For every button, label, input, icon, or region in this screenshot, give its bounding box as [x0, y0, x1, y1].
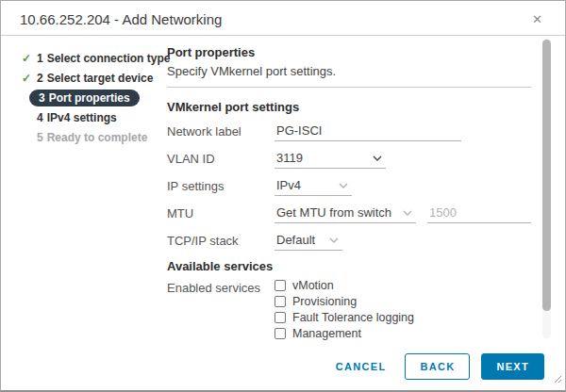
step-port-properties[interactable]: 3Port properties: [22, 88, 152, 107]
chevron-down-icon: [329, 237, 339, 243]
network-label-label: Network label: [167, 122, 275, 139]
step-label: Select target device: [47, 72, 154, 85]
chevron-down-icon: [339, 183, 348, 188]
step-label: Ready to complete: [47, 131, 148, 144]
port-properties-panel: Port properties Specify VMkernel port se…: [152, 36, 565, 343]
mtu-label: MTU: [167, 204, 275, 220]
network-label-row: Network label: [167, 122, 531, 141]
dialog-body: ✓ 1Select connection type ✓ 2Select targ…: [1, 36, 565, 343]
check-icon: ✓: [22, 72, 37, 85]
mtu-size-input[interactable]: [427, 204, 531, 223]
mtu-row: MTU Get MTU from switch: [167, 204, 531, 223]
checkbox-vmotion[interactable]: [275, 280, 286, 291]
chevron-down-icon: [373, 155, 382, 161]
enabled-services-row: Enabled services vMotion Provisioning Fa…: [167, 279, 531, 343]
service-row-provisioning[interactable]: Provisioning: [275, 295, 425, 307]
service-row-fault-tolerance-logging[interactable]: Fault Tolerance logging: [275, 311, 425, 323]
network-label-input[interactable]: [275, 122, 461, 141]
vertical-scrollbar-thumb[interactable]: [542, 40, 551, 311]
dialog-titlebar: 10.66.252.204 - Add Networking ✕: [1, 1, 565, 36]
dialog-footer: CANCEL BACK NEXT: [1, 343, 565, 390]
available-services-title: Available services: [167, 259, 531, 273]
services-list: vMotion Provisioning Fault Tolerance log…: [275, 279, 425, 343]
service-row-vmotion[interactable]: vMotion: [275, 279, 425, 291]
step-ipv4-settings[interactable]: 4IPv4 settings: [22, 107, 152, 127]
vmkernel-settings-title: VMkernel port settings: [167, 100, 531, 114]
check-icon: ✓: [22, 52, 37, 65]
wizard-steps-sidebar: ✓ 1Select connection type ✓ 2Select targ…: [1, 36, 152, 343]
close-icon[interactable]: ✕: [528, 11, 546, 27]
tcpip-stack-label: TCP/IP stack: [167, 232, 275, 248]
page-title: Port properties: [167, 45, 531, 59]
checkbox-management[interactable]: [275, 328, 286, 339]
page-subtitle: Specify VMkernel port settings.: [167, 64, 531, 78]
step-label: IPv4 settings: [47, 111, 117, 124]
tcpip-stack-select[interactable]: Default: [275, 232, 342, 251]
step-label: Port properties: [49, 91, 130, 105]
cancel-button[interactable]: CANCEL: [328, 354, 394, 379]
next-button[interactable]: NEXT: [481, 353, 544, 380]
resize-handle-icon[interactable]: [554, 370, 562, 387]
service-row-management[interactable]: Management: [275, 327, 425, 339]
add-networking-dialog: 10.66.252.204 - Add Networking ✕ ✓ 1Sele…: [0, 0, 566, 392]
checkbox-provisioning[interactable]: [275, 296, 286, 307]
vlan-id-combobox[interactable]: 3119: [275, 150, 386, 169]
step-select-target-device[interactable]: ✓ 2Select target device: [22, 68, 152, 88]
section-divider: [167, 87, 531, 88]
chevron-down-icon: [403, 210, 412, 216]
ip-settings-label: IP settings: [167, 177, 275, 193]
mtu-mode-select[interactable]: Get MTU from switch: [275, 204, 416, 223]
checkbox-fault-tolerance-logging[interactable]: [275, 312, 286, 323]
back-button[interactable]: BACK: [405, 353, 470, 380]
step-ready-to-complete: 5Ready to complete: [22, 127, 152, 147]
ip-settings-select[interactable]: IPv4: [275, 177, 352, 196]
vertical-scrollbar-track[interactable]: [542, 39, 551, 338]
tcpip-stack-row: TCP/IP stack Default: [167, 232, 531, 251]
step-select-connection-type[interactable]: ✓ 1Select connection type: [22, 48, 152, 68]
enabled-services-label: Enabled services: [167, 279, 275, 295]
vlan-id-row: VLAN ID 3119: [167, 150, 531, 169]
dialog-title: 10.66.252.204 - Add Networking: [20, 11, 222, 27]
vlan-id-label: VLAN ID: [167, 150, 275, 166]
ip-settings-row: IP settings IPv4: [167, 177, 531, 196]
